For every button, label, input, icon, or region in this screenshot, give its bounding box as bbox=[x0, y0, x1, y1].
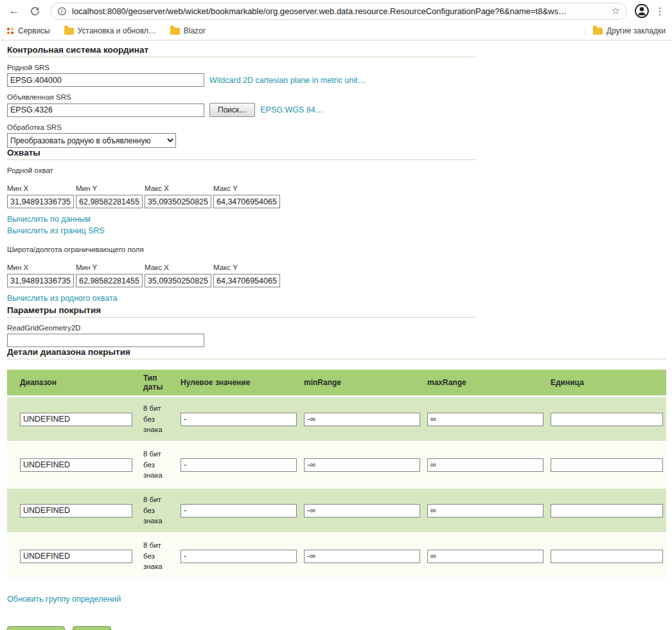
band-table-header-row: Диапазон Тип даты Нулевое значение minRa… bbox=[7, 370, 666, 395]
bookmarks-bar: Сервисы Установка и обновл… Blazor Други… bbox=[0, 22, 672, 40]
form-footer: Сохранить Apply Отменить bbox=[7, 626, 666, 630]
readgridgeometry-label: ReadGridGeometry2D bbox=[7, 324, 666, 332]
null-value-input[interactable] bbox=[181, 413, 297, 426]
max-y-label: Макс Y bbox=[213, 264, 282, 271]
declared-srs-input[interactable] bbox=[7, 104, 204, 117]
native-bbox-label: Родной охват bbox=[7, 166, 666, 174]
native-srs-description-link[interactable]: Wildcard 2D cartesian plane in metric un… bbox=[209, 76, 366, 85]
bookmark-label: Установка и обновл… bbox=[78, 26, 156, 35]
other-bookmarks-label: Другие закладки bbox=[606, 26, 666, 35]
min-range-input[interactable] bbox=[304, 413, 420, 426]
profile-avatar-icon[interactable] bbox=[633, 3, 650, 19]
bookmark-blazor-folder[interactable]: Blazor bbox=[170, 26, 206, 35]
bounds-section-title: Охваты bbox=[7, 148, 666, 158]
folder-icon bbox=[593, 28, 603, 35]
column-header-maxrange: maxRange bbox=[422, 370, 545, 395]
max-range-input[interactable] bbox=[427, 458, 544, 472]
latlon-min-y-input[interactable] bbox=[76, 274, 143, 287]
bookmark-install-folder[interactable]: Установка и обновл… bbox=[64, 26, 156, 35]
srs-handling-select[interactable]: Преобразовать родную в объявленную bbox=[7, 133, 176, 148]
coverage-params-section-title: Параметры покрытия bbox=[7, 305, 666, 315]
max-range-input[interactable] bbox=[427, 413, 544, 426]
null-value-input[interactable] bbox=[181, 550, 297, 563]
browser-toolbar: ← localhost:8080/geoserver/web/wicket/bo… bbox=[0, 0, 672, 22]
band-name-input[interactable] bbox=[20, 458, 132, 472]
section-divider bbox=[7, 359, 666, 359]
null-value-input[interactable] bbox=[181, 458, 297, 472]
native-max-y-input[interactable] bbox=[213, 195, 280, 208]
unit-input[interactable] bbox=[551, 458, 663, 472]
max-range-input[interactable] bbox=[427, 550, 544, 563]
band-row: 8 бит без знака bbox=[7, 489, 666, 532]
folder-icon bbox=[170, 28, 180, 35]
band-datatype-text: 8 бит без знака bbox=[138, 397, 175, 441]
unit-input[interactable] bbox=[551, 413, 663, 426]
native-srs-label: Родной SRS bbox=[7, 64, 666, 71]
readgridgeometry-input[interactable] bbox=[7, 334, 204, 347]
declared-srs-description-link[interactable]: EPSG:WGS 84… bbox=[260, 105, 323, 114]
compute-from-srs-bounds-link[interactable]: Вычислить из границ SRS bbox=[7, 226, 666, 235]
srs-search-button[interactable]: Поиск… bbox=[209, 103, 255, 117]
compute-from-native-bounds-link[interactable]: Вычислить из родного охвата bbox=[7, 294, 666, 303]
band-name-input[interactable] bbox=[20, 413, 132, 426]
native-min-y-input[interactable] bbox=[76, 195, 143, 208]
back-icon[interactable]: ← bbox=[5, 2, 23, 20]
column-header-band: Диапазон bbox=[7, 370, 138, 395]
section-divider bbox=[7, 317, 476, 318]
band-name-input[interactable] bbox=[20, 550, 132, 563]
latlon-min-x-input[interactable] bbox=[7, 274, 74, 287]
crs-section-title: Контрольная система координат bbox=[7, 45, 666, 55]
browser-menu-icon[interactable]: ⋮ bbox=[653, 5, 667, 17]
null-value-input[interactable] bbox=[181, 504, 297, 518]
refresh-band-definition-link[interactable]: Обновить группу определений bbox=[7, 595, 121, 604]
column-header-datatype: Тип даты bbox=[138, 370, 175, 395]
min-y-label: Мин Y bbox=[76, 184, 145, 192]
latlon-bbox-axis-labels: Мин XМин YМакс XМакс Y bbox=[7, 261, 666, 273]
apply-button[interactable]: Apply bbox=[73, 626, 111, 630]
section-divider bbox=[7, 159, 476, 160]
min-x-label: Мин X bbox=[7, 264, 76, 271]
other-bookmarks[interactable]: Другие закладки bbox=[585, 26, 666, 35]
min-range-input[interactable] bbox=[304, 458, 420, 472]
section-divider bbox=[7, 57, 476, 57]
services-icon bbox=[6, 27, 14, 35]
save-button[interactable]: Сохранить bbox=[7, 626, 65, 630]
min-x-label: Мин X bbox=[7, 184, 76, 192]
bookmark-services[interactable]: Сервисы bbox=[6, 26, 50, 35]
reload-icon[interactable] bbox=[26, 2, 44, 20]
band-datatype-text: 8 бит без знака bbox=[138, 443, 175, 487]
folder-icon bbox=[64, 28, 74, 35]
latlon-bbox-label: Широта/долгота ограничивающего поля bbox=[7, 246, 666, 253]
resource-configuration-page: Контрольная система координат Родной SRS… bbox=[0, 40, 672, 630]
url-text: localhost:8080/geoserver/web/wicket/book… bbox=[72, 6, 606, 16]
column-header-null-value: Нулевое значение bbox=[175, 370, 299, 395]
native-srs-input[interactable] bbox=[7, 73, 204, 87]
min-range-input[interactable] bbox=[304, 550, 420, 563]
max-x-label: Макс X bbox=[145, 184, 213, 192]
bookmark-label: Сервисы bbox=[18, 26, 50, 35]
srs-handling-label: Обработка SRS bbox=[7, 123, 666, 131]
column-header-minrange: minRange bbox=[299, 370, 422, 395]
band-row: 8 бит без знака bbox=[7, 397, 666, 441]
band-name-input[interactable] bbox=[20, 504, 132, 518]
max-range-input[interactable] bbox=[427, 504, 544, 518]
band-datatype-text: 8 бит без знака bbox=[138, 489, 175, 532]
native-bbox-axis-labels: Мин XМин YМакс XМакс Y bbox=[7, 182, 666, 194]
compute-from-data-link[interactable]: Вычислить по данным bbox=[7, 215, 666, 224]
native-max-x-input[interactable] bbox=[145, 195, 211, 208]
max-y-label: Макс Y bbox=[213, 184, 282, 192]
band-details-section-title: Детали диапазона покрытия bbox=[7, 347, 666, 357]
unit-input[interactable] bbox=[551, 504, 663, 518]
max-x-label: Макс X bbox=[145, 264, 213, 271]
latlon-max-x-input[interactable] bbox=[145, 274, 211, 287]
min-range-input[interactable] bbox=[304, 504, 420, 518]
band-datatype-text: 8 бит без знака bbox=[138, 534, 175, 578]
address-bar[interactable]: localhost:8080/geoserver/web/wicket/book… bbox=[50, 3, 627, 20]
unit-input[interactable] bbox=[551, 550, 663, 563]
native-min-x-input[interactable] bbox=[7, 195, 74, 208]
latlon-max-y-input[interactable] bbox=[213, 274, 280, 287]
page-info-icon[interactable] bbox=[57, 6, 67, 16]
min-y-label: Мин Y bbox=[76, 264, 145, 271]
bookmark-star-icon[interactable]: ☆ bbox=[612, 5, 620, 17]
column-header-unit: Единица bbox=[545, 370, 666, 395]
